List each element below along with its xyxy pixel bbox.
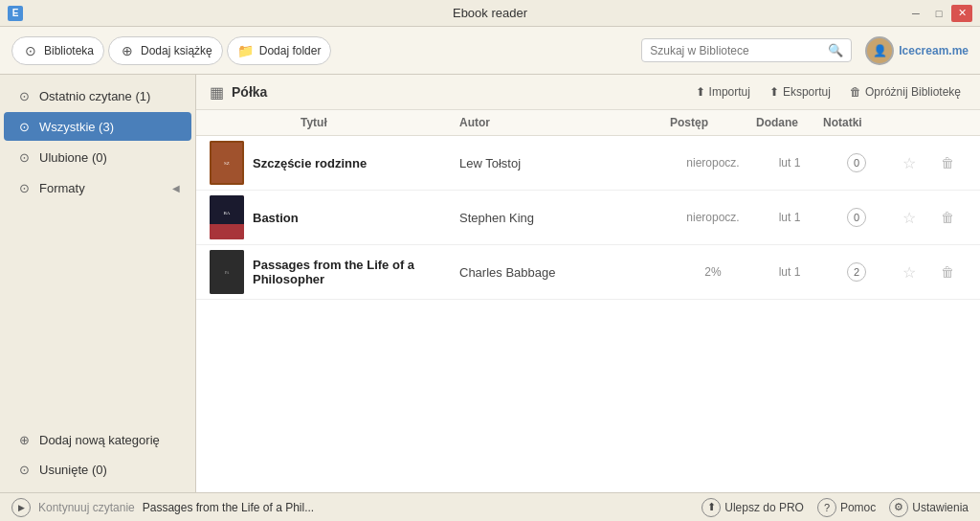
svg-text:PA: PA [225, 270, 230, 275]
favorites-icon: ⊙ [15, 148, 33, 166]
book-added: lut 1 [756, 211, 823, 224]
shelf-icon: ▦ [210, 83, 224, 102]
col-header-title: Tytuł [253, 116, 459, 129]
help-button[interactable]: ? Pomoc [817, 498, 876, 517]
import-button[interactable]: ⬆ Importuj [690, 82, 756, 102]
add-book-button[interactable]: ⊕ Dodaj książkę [108, 36, 223, 65]
trash-icon: 🗑 [850, 85, 861, 99]
book-added: lut 1 [756, 156, 823, 170]
export-label: Eksportuj [783, 85, 831, 99]
note-badge[interactable]: 2 [847, 262, 866, 282]
sidebar-item-deleted[interactable]: ⊙ Usunięte (0) [4, 455, 191, 484]
note-badge[interactable]: 0 [847, 153, 866, 172]
book-title-cell: Passages from the Life of a Philosopher [253, 258, 459, 286]
col-header-progress: Postęp [670, 116, 756, 129]
upgrade-pro-button[interactable]: ⬆ Ulepsz do PRO [702, 498, 804, 517]
library-button[interactable]: ⊙ Biblioteka [11, 36, 104, 65]
shelf-title: Półka [232, 84, 267, 100]
sidebar-item-label: Usunięte (0) [39, 463, 107, 477]
sidebar-item-label: Dodaj nową kategorię [39, 433, 160, 447]
col-header-author: Autor [459, 116, 670, 129]
recently-read-icon: ⊙ [15, 87, 33, 104]
shelf-header: ▦ Półka ⬆ Importuj ⬆ Eksportuj 🗑 Opróżni… [196, 75, 980, 110]
minimize-button[interactable]: ─ [905, 5, 926, 22]
restore-button[interactable]: □ [928, 5, 949, 22]
delete-book-button[interactable]: 🗑 [928, 210, 967, 225]
library-icon: ⊙ [22, 42, 39, 59]
add-category-icon: ⊕ [15, 431, 33, 448]
sidebar-item-add-category[interactable]: ⊕ Dodaj nową kategorię [4, 425, 191, 454]
book-author: Stephen King [459, 211, 670, 225]
book-title-cell: Szczęście rodzinne [253, 156, 459, 170]
table-row[interactable]: SZ Szczęście rodzinne Lew Tołstoj nierop… [196, 136, 980, 191]
sidebar-item-label: Ulubione (0) [39, 150, 107, 165]
title-bar: E Ebook reader ─ □ ✕ [0, 0, 980, 27]
toolbar: ⊙ Biblioteka ⊕ Dodaj książkę 📁 Dodaj fol… [0, 27, 980, 75]
svg-rect-4 [210, 224, 244, 239]
deleted-icon: ⊙ [15, 461, 33, 478]
main-content: ⊙ Ostatnio czytane (1) ⊙ Wszystkie (3) ⊙… [0, 75, 980, 492]
book-title-cell: Bastion [253, 211, 459, 225]
settings-button[interactable]: ⚙ Ustawienia [889, 498, 969, 517]
sidebar-item-label: Wszystkie (3) [39, 120, 114, 134]
book-progress: 2% [670, 265, 756, 279]
sidebar-item-formats[interactable]: ⊙ Formaty ◀ [4, 173, 191, 202]
sidebar-item-label: Formaty [39, 181, 85, 195]
add-folder-label: Dodaj folder [259, 44, 322, 57]
search-input[interactable] [650, 44, 824, 57]
import-icon: ⬆ [696, 85, 705, 99]
table-row[interactable]: BA Bastion Stephen King nieropocz. lut 1… [196, 191, 980, 245]
svg-text:SZ: SZ [224, 161, 230, 166]
book-progress: nieropocz. [670, 211, 756, 224]
delete-book-button[interactable]: 🗑 [928, 264, 967, 280]
sidebar-item-recently-read[interactable]: ⊙ Ostatnio czytane (1) [4, 81, 191, 110]
clear-library-button[interactable]: 🗑 Opróżnij Bibliotekę [844, 82, 967, 102]
book-table: Tytuł Autor Postęp Dodane Notatki SZ [196, 110, 980, 300]
delete-book-button[interactable]: 🗑 [928, 155, 967, 170]
table-row[interactable]: PA Passages from the Life of a Philosoph… [196, 245, 980, 300]
add-folder-button[interactable]: 📁 Dodaj folder [227, 36, 332, 65]
settings-label: Ustawienia [912, 501, 969, 514]
export-button[interactable]: ⬆ Eksportuj [764, 82, 836, 102]
table-header: Tytuł Autor Postęp Dodane Notatki [196, 110, 980, 136]
favorite-star[interactable]: ☆ [890, 154, 928, 172]
help-icon: ? [817, 498, 836, 517]
note-badge[interactable]: 0 [847, 208, 866, 227]
book-cover-passages: PA [210, 250, 253, 294]
sidebar-item-favorites[interactable]: ⊙ Ulubione (0) [4, 143, 191, 171]
book-notes: 2 [823, 262, 890, 282]
status-right-actions: ⬆ Ulepsz do PRO ? Pomoc ⚙ Ustawienia [702, 498, 969, 517]
svg-text:BA: BA [224, 211, 231, 215]
help-label: Pomoc [840, 501, 876, 514]
book-title: Passages from the Life of a Philosopher [253, 258, 459, 286]
book-cover-bastion: BA [210, 195, 253, 239]
book-notes: 0 [823, 153, 890, 172]
favorite-star[interactable]: ☆ [890, 209, 928, 227]
avatar-circle: 👤 [865, 36, 894, 65]
app-icon: E [8, 6, 23, 21]
close-button[interactable]: ✕ [951, 5, 972, 22]
search-box: 🔍 [641, 38, 852, 62]
export-icon: ⬆ [769, 85, 779, 99]
book-added: lut 1 [756, 265, 823, 279]
book-author: Lew Tołstoj [459, 156, 670, 170]
all-icon: ⊙ [15, 118, 33, 135]
library-label: Biblioteka [44, 44, 94, 57]
window-title: Ebook reader [453, 6, 527, 20]
play-button[interactable]: ▶ [11, 498, 31, 517]
clear-library-label: Opróżnij Bibliotekę [865, 85, 961, 99]
book-notes: 0 [823, 208, 890, 227]
add-book-label: Dodaj książkę [141, 44, 212, 57]
sidebar-item-label: Ostatnio czytane (1) [39, 89, 150, 103]
search-icon[interactable]: 🔍 [828, 43, 843, 57]
window-controls: ─ □ ✕ [905, 5, 972, 22]
user-avatar[interactable]: 👤 Icecream.me [865, 36, 969, 65]
chevron-right-icon: ◀ [172, 183, 180, 193]
title-bar-left: E [8, 6, 23, 21]
user-name: Icecream.me [899, 44, 969, 57]
settings-icon: ⚙ [889, 498, 908, 517]
favorite-star[interactable]: ☆ [890, 263, 928, 282]
book-title: Bastion [253, 211, 299, 225]
sidebar-item-all[interactable]: ⊙ Wszystkie (3) [4, 112, 191, 141]
continue-reading-label: Kontynuuj czytanie [38, 501, 135, 514]
